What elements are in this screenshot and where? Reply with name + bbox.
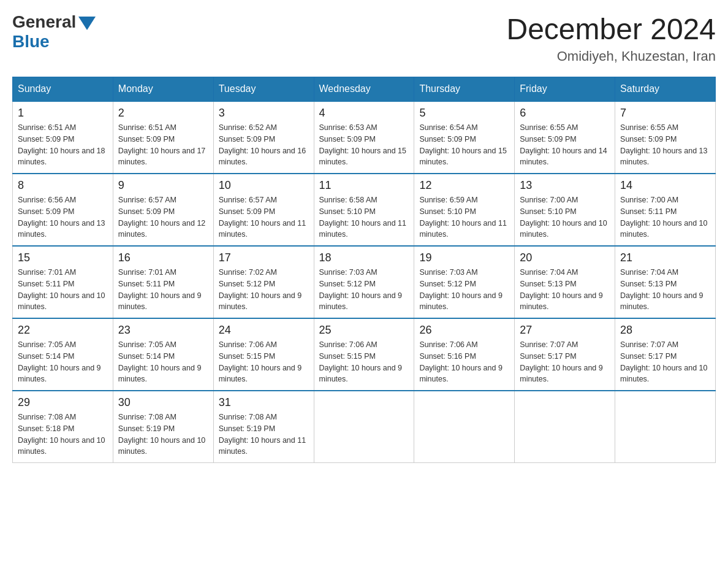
day-number: 3	[219, 107, 309, 120]
day-number: 14	[620, 179, 710, 192]
day-info: Sunrise: 7:03 AMSunset: 5:12 PMDaylight:…	[419, 267, 509, 313]
calendar-cell: 4Sunrise: 6:53 AMSunset: 5:09 PMDaylight…	[314, 101, 414, 174]
day-info: Sunrise: 7:04 AMSunset: 5:13 PMDaylight:…	[520, 267, 610, 313]
column-header-thursday: Thursday	[414, 77, 515, 102]
month-title: December 2024	[506, 12, 716, 46]
day-number: 9	[118, 179, 208, 192]
day-number: 30	[118, 396, 208, 409]
calendar-cell: 3Sunrise: 6:52 AMSunset: 5:09 PMDaylight…	[213, 101, 314, 174]
calendar-cell: 1Sunrise: 6:51 AMSunset: 5:09 PMDaylight…	[13, 101, 113, 174]
day-info: Sunrise: 7:06 AMSunset: 5:15 PMDaylight:…	[219, 339, 309, 385]
calendar-week-row: 8Sunrise: 6:56 AMSunset: 5:09 PMDaylight…	[13, 174, 716, 246]
day-number: 13	[520, 179, 610, 192]
day-info: Sunrise: 6:53 AMSunset: 5:09 PMDaylight:…	[319, 122, 409, 168]
column-header-saturday: Saturday	[615, 77, 716, 102]
calendar-cell	[314, 391, 414, 463]
logo-blue-text: Blue	[12, 32, 96, 52]
day-info: Sunrise: 7:04 AMSunset: 5:13 PMDaylight:…	[620, 267, 710, 313]
day-number: 29	[18, 396, 108, 409]
day-info: Sunrise: 7:00 AMSunset: 5:10 PMDaylight:…	[520, 194, 610, 240]
day-number: 18	[319, 251, 409, 264]
column-header-tuesday: Tuesday	[213, 77, 314, 102]
day-info: Sunrise: 7:08 AMSunset: 5:19 PMDaylight:…	[118, 412, 208, 458]
calendar-cell: 31Sunrise: 7:08 AMSunset: 5:19 PMDayligh…	[213, 391, 314, 463]
day-number: 24	[219, 324, 309, 337]
column-header-sunday: Sunday	[13, 77, 113, 102]
day-number: 20	[520, 251, 610, 264]
day-info: Sunrise: 6:52 AMSunset: 5:09 PMDaylight:…	[219, 122, 309, 168]
page-header: General Blue December 2024 Omidiyeh, Khu…	[12, 12, 716, 64]
day-info: Sunrise: 7:05 AMSunset: 5:14 PMDaylight:…	[118, 339, 208, 385]
calendar-cell: 10Sunrise: 6:57 AMSunset: 5:09 PMDayligh…	[213, 174, 314, 246]
day-number: 12	[419, 179, 509, 192]
calendar-cell: 7Sunrise: 6:55 AMSunset: 5:09 PMDaylight…	[615, 101, 716, 174]
day-info: Sunrise: 7:01 AMSunset: 5:11 PMDaylight:…	[118, 267, 208, 313]
column-header-monday: Monday	[113, 77, 213, 102]
day-info: Sunrise: 7:06 AMSunset: 5:16 PMDaylight:…	[419, 339, 509, 385]
day-number: 22	[18, 324, 108, 337]
day-number: 28	[620, 324, 710, 337]
calendar-week-row: 22Sunrise: 7:05 AMSunset: 5:14 PMDayligh…	[13, 318, 716, 391]
calendar-cell: 27Sunrise: 7:07 AMSunset: 5:17 PMDayligh…	[515, 318, 615, 391]
calendar-cell: 23Sunrise: 7:05 AMSunset: 5:14 PMDayligh…	[113, 318, 213, 391]
day-number: 23	[118, 324, 208, 337]
day-number: 11	[319, 179, 409, 192]
calendar-cell	[414, 391, 515, 463]
day-number: 15	[18, 251, 108, 264]
day-info: Sunrise: 7:08 AMSunset: 5:19 PMDaylight:…	[219, 412, 309, 458]
day-number: 27	[520, 324, 610, 337]
calendar-cell: 5Sunrise: 6:54 AMSunset: 5:09 PMDaylight…	[414, 101, 515, 174]
day-info: Sunrise: 6:55 AMSunset: 5:09 PMDaylight:…	[520, 122, 610, 168]
day-info: Sunrise: 7:01 AMSunset: 5:11 PMDaylight:…	[18, 267, 108, 313]
day-info: Sunrise: 6:56 AMSunset: 5:09 PMDaylight:…	[18, 194, 108, 240]
calendar-cell: 9Sunrise: 6:57 AMSunset: 5:09 PMDaylight…	[113, 174, 213, 246]
day-number: 16	[118, 251, 208, 264]
calendar-cell: 26Sunrise: 7:06 AMSunset: 5:16 PMDayligh…	[414, 318, 515, 391]
day-number: 8	[18, 179, 108, 192]
day-number: 7	[620, 107, 710, 120]
calendar-cell: 14Sunrise: 7:00 AMSunset: 5:11 PMDayligh…	[615, 174, 716, 246]
day-number: 19	[419, 251, 509, 264]
calendar-cell: 6Sunrise: 6:55 AMSunset: 5:09 PMDaylight…	[515, 101, 615, 174]
day-number: 2	[118, 107, 208, 120]
logo: General Blue	[12, 12, 96, 52]
calendar-cell: 25Sunrise: 7:06 AMSunset: 5:15 PMDayligh…	[314, 318, 414, 391]
calendar-cell: 30Sunrise: 7:08 AMSunset: 5:19 PMDayligh…	[113, 391, 213, 463]
calendar-week-row: 15Sunrise: 7:01 AMSunset: 5:11 PMDayligh…	[13, 246, 716, 318]
logo-general-text: General	[12, 12, 76, 32]
day-number: 21	[620, 251, 710, 264]
calendar-cell: 22Sunrise: 7:05 AMSunset: 5:14 PMDayligh…	[13, 318, 113, 391]
calendar-cell: 15Sunrise: 7:01 AMSunset: 5:11 PMDayligh…	[13, 246, 113, 318]
day-number: 26	[419, 324, 509, 337]
day-info: Sunrise: 7:05 AMSunset: 5:14 PMDaylight:…	[18, 339, 108, 385]
day-info: Sunrise: 7:06 AMSunset: 5:15 PMDaylight:…	[319, 339, 409, 385]
calendar-cell	[615, 391, 716, 463]
calendar-cell: 13Sunrise: 7:00 AMSunset: 5:10 PMDayligh…	[515, 174, 615, 246]
calendar-cell: 21Sunrise: 7:04 AMSunset: 5:13 PMDayligh…	[615, 246, 716, 318]
column-header-friday: Friday	[515, 77, 615, 102]
calendar-cell: 24Sunrise: 7:06 AMSunset: 5:15 PMDayligh…	[213, 318, 314, 391]
day-number: 17	[219, 251, 309, 264]
day-number: 5	[419, 107, 509, 120]
day-number: 10	[219, 179, 309, 192]
calendar-cell: 8Sunrise: 6:56 AMSunset: 5:09 PMDaylight…	[13, 174, 113, 246]
day-number: 6	[520, 107, 610, 120]
title-section: December 2024 Omidiyeh, Khuzestan, Iran	[506, 12, 716, 64]
calendar-cell: 20Sunrise: 7:04 AMSunset: 5:13 PMDayligh…	[515, 246, 615, 318]
day-info: Sunrise: 7:02 AMSunset: 5:12 PMDaylight:…	[219, 267, 309, 313]
day-info: Sunrise: 7:03 AMSunset: 5:12 PMDaylight:…	[319, 267, 409, 313]
calendar-cell	[515, 391, 615, 463]
calendar-cell: 19Sunrise: 7:03 AMSunset: 5:12 PMDayligh…	[414, 246, 515, 318]
calendar-cell: 18Sunrise: 7:03 AMSunset: 5:12 PMDayligh…	[314, 246, 414, 318]
calendar-cell: 28Sunrise: 7:07 AMSunset: 5:17 PMDayligh…	[615, 318, 716, 391]
calendar-cell: 12Sunrise: 6:59 AMSunset: 5:10 PMDayligh…	[414, 174, 515, 246]
day-info: Sunrise: 6:59 AMSunset: 5:10 PMDaylight:…	[419, 194, 509, 240]
day-info: Sunrise: 7:07 AMSunset: 5:17 PMDaylight:…	[520, 339, 610, 385]
day-number: 31	[219, 396, 309, 409]
day-info: Sunrise: 7:08 AMSunset: 5:18 PMDaylight:…	[18, 412, 108, 458]
day-info: Sunrise: 6:54 AMSunset: 5:09 PMDaylight:…	[419, 122, 509, 168]
calendar-cell: 11Sunrise: 6:58 AMSunset: 5:10 PMDayligh…	[314, 174, 414, 246]
day-info: Sunrise: 7:07 AMSunset: 5:17 PMDaylight:…	[620, 339, 710, 385]
logo-triangle-icon	[78, 17, 96, 30]
calendar-week-row: 29Sunrise: 7:08 AMSunset: 5:18 PMDayligh…	[13, 391, 716, 463]
